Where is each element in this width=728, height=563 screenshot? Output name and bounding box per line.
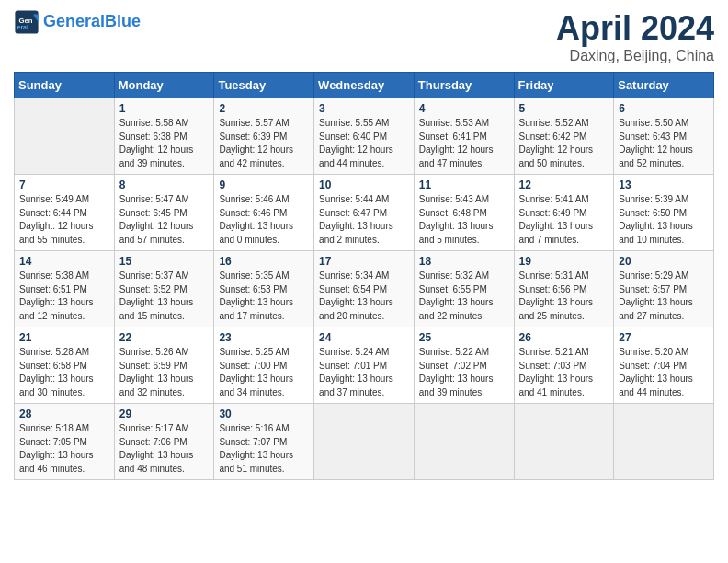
calendar-cell: 10Sunrise: 5:44 AM Sunset: 6:47 PM Dayli… [314, 175, 415, 251]
day-info: Sunrise: 5:25 AM Sunset: 7:00 PM Dayligh… [219, 346, 309, 399]
svg-text:eral: eral [17, 24, 29, 30]
day-number: 2 [219, 102, 309, 115]
day-number: 30 [219, 408, 309, 420]
day-info: Sunrise: 5:18 AM Sunset: 7:05 PM Dayligh… [19, 422, 109, 476]
day-info: Sunrise: 5:32 AM Sunset: 6:55 PM Dayligh… [419, 270, 509, 323]
calendar-cell: 5Sunrise: 5:52 AM Sunset: 6:42 PM Daylig… [514, 98, 614, 175]
day-info: Sunrise: 5:31 AM Sunset: 6:56 PM Dayligh… [519, 270, 609, 323]
calendar-subtitle: Daxing, Beijing, China [556, 48, 714, 64]
day-info: Sunrise: 5:16 AM Sunset: 7:07 PM Dayligh… [219, 422, 309, 476]
day-info: Sunrise: 5:35 AM Sunset: 6:53 PM Dayligh… [219, 270, 309, 323]
calendar-cell: 9Sunrise: 5:46 AM Sunset: 6:46 PM Daylig… [214, 175, 314, 251]
day-number: 7 [19, 178, 109, 191]
day-number: 18 [419, 255, 509, 268]
weekday-header-thursday: Thursday [414, 73, 514, 98]
calendar-cell: 7Sunrise: 5:49 AM Sunset: 6:44 PM Daylig… [15, 175, 115, 251]
day-info: Sunrise: 5:44 AM Sunset: 6:47 PM Dayligh… [319, 193, 409, 247]
weekday-header-friday: Friday [514, 73, 614, 98]
day-number: 13 [619, 178, 709, 191]
day-number: 3 [319, 102, 409, 115]
calendar-cell: 4Sunrise: 5:53 AM Sunset: 6:41 PM Daylig… [414, 98, 514, 175]
day-info: Sunrise: 5:34 AM Sunset: 6:54 PM Dayligh… [319, 270, 409, 323]
day-info: Sunrise: 5:50 AM Sunset: 6:43 PM Dayligh… [619, 117, 709, 170]
day-info: Sunrise: 5:39 AM Sunset: 6:50 PM Dayligh… [619, 193, 709, 247]
calendar-cell: 14Sunrise: 5:38 AM Sunset: 6:51 PM Dayli… [15, 251, 115, 327]
logo-icon: Gen eral [14, 9, 40, 35]
calendar-cell: 25Sunrise: 5:22 AM Sunset: 7:02 PM Dayli… [414, 327, 514, 404]
day-number: 6 [619, 102, 709, 115]
calendar-table: SundayMondayTuesdayWednesdayThursdayFrid… [14, 72, 714, 480]
calendar-cell: 1Sunrise: 5:58 AM Sunset: 6:38 PM Daylig… [114, 98, 214, 175]
day-number: 22 [119, 331, 210, 344]
day-info: Sunrise: 5:20 AM Sunset: 7:04 PM Dayligh… [619, 346, 709, 399]
day-info: Sunrise: 5:26 AM Sunset: 6:59 PM Dayligh… [119, 346, 210, 399]
weekday-header-tuesday: Tuesday [214, 73, 314, 98]
day-number: 17 [319, 255, 409, 268]
header: Gen eral GeneralBlue April 2024 Daxing, … [14, 9, 714, 64]
day-info: Sunrise: 5:29 AM Sunset: 6:57 PM Dayligh… [619, 270, 709, 323]
day-info: Sunrise: 5:53 AM Sunset: 6:41 PM Dayligh… [419, 117, 509, 170]
day-number: 14 [19, 255, 109, 268]
day-info: Sunrise: 5:17 AM Sunset: 7:06 PM Dayligh… [119, 422, 210, 476]
day-number: 21 [19, 331, 109, 344]
calendar-cell: 30Sunrise: 5:16 AM Sunset: 7:07 PM Dayli… [214, 404, 314, 480]
day-info: Sunrise: 5:22 AM Sunset: 7:02 PM Dayligh… [419, 346, 509, 399]
day-number: 5 [519, 102, 609, 115]
day-number: 1 [119, 102, 210, 115]
day-info: Sunrise: 5:52 AM Sunset: 6:42 PM Dayligh… [519, 117, 609, 170]
day-number: 23 [219, 331, 309, 344]
calendar-cell: 3Sunrise: 5:55 AM Sunset: 6:40 PM Daylig… [314, 98, 415, 175]
day-number: 11 [419, 178, 509, 191]
day-number: 24 [319, 331, 409, 344]
calendar-cell: 19Sunrise: 5:31 AM Sunset: 6:56 PM Dayli… [514, 251, 614, 327]
day-info: Sunrise: 5:57 AM Sunset: 6:39 PM Dayligh… [219, 117, 309, 170]
calendar-cell [15, 98, 115, 175]
calendar-cell [314, 404, 415, 480]
logo: Gen eral GeneralBlue [14, 9, 141, 35]
calendar-cell: 16Sunrise: 5:35 AM Sunset: 6:53 PM Dayli… [214, 251, 314, 327]
day-number: 29 [119, 408, 210, 420]
weekday-header-saturday: Saturday [614, 73, 714, 98]
calendar-cell: 12Sunrise: 5:41 AM Sunset: 6:49 PM Dayli… [514, 175, 614, 251]
day-number: 16 [219, 255, 309, 268]
calendar-cell: 15Sunrise: 5:37 AM Sunset: 6:52 PM Dayli… [114, 251, 214, 327]
day-number: 10 [319, 178, 409, 191]
day-info: Sunrise: 5:49 AM Sunset: 6:44 PM Dayligh… [19, 193, 109, 247]
day-info: Sunrise: 5:24 AM Sunset: 7:01 PM Dayligh… [319, 346, 409, 399]
day-number: 25 [419, 331, 509, 344]
calendar-cell: 6Sunrise: 5:50 AM Sunset: 6:43 PM Daylig… [614, 98, 714, 175]
calendar-cell [614, 404, 714, 480]
day-info: Sunrise: 5:28 AM Sunset: 6:58 PM Dayligh… [19, 346, 109, 399]
day-number: 27 [619, 331, 709, 344]
calendar-cell: 24Sunrise: 5:24 AM Sunset: 7:01 PM Dayli… [314, 327, 415, 404]
calendar-cell: 28Sunrise: 5:18 AM Sunset: 7:05 PM Dayli… [15, 404, 115, 480]
calendar-cell: 18Sunrise: 5:32 AM Sunset: 6:55 PM Dayli… [414, 251, 514, 327]
day-number: 15 [119, 255, 210, 268]
day-number: 19 [519, 255, 609, 268]
calendar-cell: 11Sunrise: 5:43 AM Sunset: 6:48 PM Dayli… [414, 175, 514, 251]
title-area: April 2024 Daxing, Beijing, China [556, 9, 714, 64]
day-info: Sunrise: 5:43 AM Sunset: 6:48 PM Dayligh… [419, 193, 509, 247]
calendar-cell: 8Sunrise: 5:47 AM Sunset: 6:45 PM Daylig… [114, 175, 214, 251]
calendar-header: SundayMondayTuesdayWednesdayThursdayFrid… [15, 73, 714, 98]
calendar-title: April 2024 [556, 9, 714, 48]
logo-name-line1: GeneralBlue [43, 13, 141, 31]
weekday-header-sunday: Sunday [15, 73, 115, 98]
calendar-cell [414, 404, 514, 480]
day-number: 8 [119, 178, 210, 191]
day-info: Sunrise: 5:21 AM Sunset: 7:03 PM Dayligh… [519, 346, 609, 399]
day-number: 12 [519, 178, 609, 191]
calendar-cell: 20Sunrise: 5:29 AM Sunset: 6:57 PM Dayli… [614, 251, 714, 327]
day-info: Sunrise: 5:46 AM Sunset: 6:46 PM Dayligh… [219, 193, 309, 247]
calendar-cell: 2Sunrise: 5:57 AM Sunset: 6:39 PM Daylig… [214, 98, 314, 175]
day-info: Sunrise: 5:37 AM Sunset: 6:52 PM Dayligh… [119, 270, 210, 323]
day-number: 9 [219, 178, 309, 191]
calendar-cell: 23Sunrise: 5:25 AM Sunset: 7:00 PM Dayli… [214, 327, 314, 404]
weekday-header-monday: Monday [114, 73, 214, 98]
day-info: Sunrise: 5:55 AM Sunset: 6:40 PM Dayligh… [319, 117, 409, 170]
day-info: Sunrise: 5:47 AM Sunset: 6:45 PM Dayligh… [119, 193, 210, 247]
calendar-cell: 27Sunrise: 5:20 AM Sunset: 7:04 PM Dayli… [614, 327, 714, 404]
day-info: Sunrise: 5:38 AM Sunset: 6:51 PM Dayligh… [19, 270, 109, 323]
calendar-cell: 29Sunrise: 5:17 AM Sunset: 7:06 PM Dayli… [114, 404, 214, 480]
calendar-cell: 22Sunrise: 5:26 AM Sunset: 6:59 PM Dayli… [114, 327, 214, 404]
